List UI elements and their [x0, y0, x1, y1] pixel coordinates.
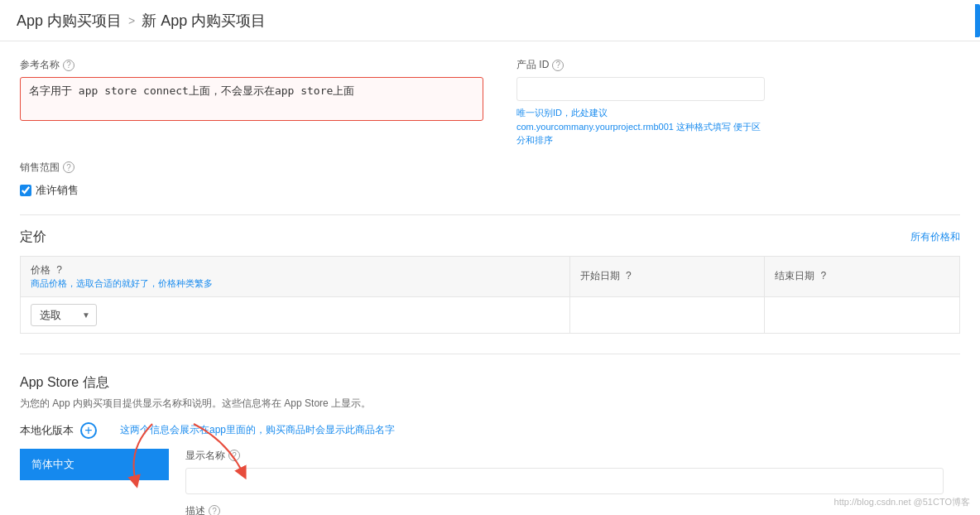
pricing-header: 定价 所有价格和	[20, 229, 960, 246]
top-bar: App 内购买项目 > 新 App 内购买项目	[0, 0, 980, 41]
start-date-cell	[569, 296, 765, 333]
price-select[interactable]: 选取 0.99 1.99 2.99 4.99 6.99 9.99	[31, 304, 97, 326]
end-date-cell	[765, 296, 960, 333]
ref-name-help-icon[interactable]: ?	[63, 60, 74, 71]
ref-name-input[interactable]: 名字用于 app store connect上面，不会显示在app store上…	[20, 77, 483, 121]
display-name-label: 显示名称 ?	[185, 449, 944, 463]
sales-range-label: 销售范围 ?	[20, 161, 74, 175]
start-date-help-icon[interactable]: ?	[626, 270, 632, 282]
sales-range-help-icon[interactable]: ?	[63, 161, 74, 173]
product-id-hint: 唯一识别ID，此处建议 com.yourcommany.yourproject.…	[516, 106, 765, 147]
desc-help-icon[interactable]: ?	[209, 505, 220, 515]
product-id-help-icon[interactable]: ?	[552, 60, 564, 71]
price-col-header: 价格 ? 商品价格，选取合适的就好了，价格种类繁多	[21, 256, 570, 296]
price-select-wrapper: 选取 0.99 1.99 2.99 4.99 6.99 9.99 ▼	[31, 304, 97, 326]
main-content: 参考名称 ? 名字用于 app store connect上面，不会显示在app…	[0, 41, 980, 515]
start-date-col-header: 开始日期 ?	[569, 256, 765, 296]
pricing-table-row: 选取 0.99 1.99 2.99 4.99 6.99 9.99 ▼	[21, 296, 960, 333]
product-id-input[interactable]: 123456	[516, 77, 765, 101]
all-prices-link[interactable]: 所有价格和	[910, 230, 960, 244]
ref-name-label: 参考名称 ?	[20, 58, 483, 72]
pricing-table: 价格 ? 商品价格，选取合适的就好了，价格种类繁多 开始日期 ? 结束日期 ?	[20, 256, 960, 334]
display-name-help-icon[interactable]: ?	[228, 450, 240, 461]
display-name-input[interactable]	[185, 468, 944, 494]
appstore-description: 为您的 App 内购买项目提供显示名称和说明。这些信息将在 App Store …	[20, 397, 960, 411]
lang-item-simplified-chinese[interactable]: 简体中文	[20, 449, 169, 480]
product-id-group: 产品 ID ? 123456 唯一识别ID，此处建议 com.yourcomma…	[516, 58, 765, 147]
breadcrumb: App 内购买项目 > 新 App 内购买项目	[17, 11, 266, 31]
desc-group: 描述 ?	[185, 504, 944, 516]
appstore-section-title: App Store 信息	[20, 374, 960, 392]
sales-checkbox-label[interactable]: 准许销售	[20, 183, 79, 198]
add-localization-button[interactable]: +	[80, 422, 97, 439]
price-cell: 选取 0.99 1.99 2.99 4.99 6.99 9.99 ▼	[21, 296, 570, 333]
pricing-section: 定价 所有价格和 价格 ? 商品价格，选取合适的就好了，价格种类繁多 开始日期	[20, 229, 960, 334]
breadcrumb-current: 新 App 内购买项目	[142, 11, 266, 31]
sales-range-row: 销售范围 ?	[20, 161, 960, 176]
ref-productid-row: 参考名称 ? 名字用于 app store connect上面，不会显示在app…	[20, 58, 960, 147]
end-date-col-header: 结束日期 ?	[765, 256, 960, 296]
product-id-label: 产品 ID ?	[516, 58, 765, 72]
localization-header-row: 本地化版本 + 这两个信息会展示在app里面的，购买商品时会显示此商品名字	[20, 422, 960, 439]
sales-checkbox-row: 准许销售	[20, 183, 960, 198]
top-bar-accent	[975, 4, 980, 37]
ref-name-group: 参考名称 ? 名字用于 app store connect上面，不会显示在app…	[20, 58, 483, 147]
desc-label: 描述 ?	[185, 504, 944, 516]
pricing-title: 定价	[20, 229, 46, 246]
localization-body: 简体中文 显示名称 ? 描述 ?	[20, 449, 960, 516]
price-help-icon[interactable]: ?	[56, 264, 62, 276]
annotation-note: 这两个信息会展示在app里面的，购买商品时会显示此商品名字	[120, 423, 395, 437]
display-name-group: 显示名称 ?	[185, 449, 944, 494]
appstore-section: App Store 信息 为您的 App 内购买项目提供显示名称和说明。这些信息…	[20, 374, 960, 516]
localization-label: 本地化版本	[20, 423, 74, 438]
breadcrumb-parent[interactable]: App 内购买项目	[17, 11, 122, 31]
watermark: http://blog.csdn.net @51CTO博客	[834, 496, 970, 508]
divider-1	[20, 214, 960, 215]
breadcrumb-separator: >	[128, 14, 135, 27]
end-date-help-icon[interactable]: ?	[821, 270, 827, 282]
divider-2	[20, 354, 960, 354]
lang-sidebar: 简体中文	[20, 449, 169, 516]
sales-checkbox[interactable]	[20, 185, 31, 196]
